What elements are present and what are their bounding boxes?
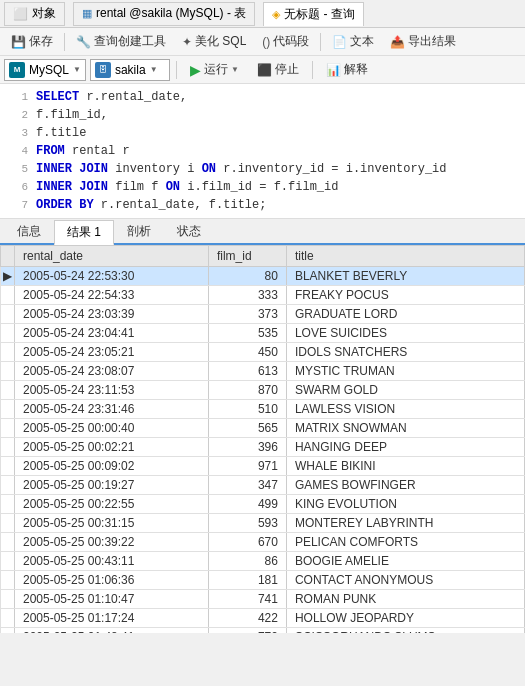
tab-result1-label: 结果 1 (67, 225, 101, 239)
film-id-cell: 770 (208, 628, 286, 634)
db-dropdown-arrow: ▼ (73, 65, 81, 74)
row-arrow-cell (1, 628, 15, 634)
line-number: 4 (8, 142, 28, 160)
rental-date-cell: 2005-05-24 23:03:39 (15, 305, 209, 324)
table-row[interactable]: 2005-05-25 01:06:36181CONTACT ANONYMOUS (1, 571, 525, 590)
table-row[interactable]: 2005-05-24 22:54:33333FREAKY POCUS (1, 286, 525, 305)
explain-label: 解释 (344, 61, 368, 78)
rental-date-cell: 2005-05-24 22:53:30 (15, 267, 209, 286)
table-row[interactable]: 2005-05-25 01:10:47741ROMAN PUNK (1, 590, 525, 609)
rental-date-cell: 2005-05-25 00:31:15 (15, 514, 209, 533)
row-arrow-cell (1, 381, 15, 400)
row-arrow-cell (1, 609, 15, 628)
table-row[interactable]: 2005-05-25 00:43:1186BOOGIE AMELIE (1, 552, 525, 571)
editor-line: 2 f.film_id, (0, 106, 525, 124)
line-content: INNER JOIN inventory i ON r.inventory_id… (36, 160, 447, 178)
title-cell: FREAKY POCUS (286, 286, 524, 305)
line-content: f.title (36, 124, 86, 142)
table-row[interactable]: 2005-05-25 00:02:21396HANGING DEEP (1, 438, 525, 457)
run-icon: ▶ (190, 62, 201, 78)
table-row[interactable]: 2005-05-25 01:48:41770SCISSORHANDS SLUMS (1, 628, 525, 634)
tab-status[interactable]: 状态 (164, 219, 214, 244)
results-table-container[interactable]: rental_date film_id title ▶2005-05-24 22… (0, 245, 525, 633)
tab-objects[interactable]: ⬜ 对象 (4, 2, 65, 26)
table-row[interactable]: 2005-05-24 23:11:53870SWARM GOLD (1, 381, 525, 400)
row-arrow-cell (1, 400, 15, 419)
row-arrow-cell (1, 533, 15, 552)
title-cell: IDOLS SNATCHERS (286, 343, 524, 362)
objects-icon: ⬜ (13, 7, 28, 21)
rental-date-cell: 2005-05-25 00:19:27 (15, 476, 209, 495)
results-table: rental_date film_id title ▶2005-05-24 22… (0, 245, 525, 633)
stop-button[interactable]: ⬛ 停止 (250, 59, 306, 81)
table-row[interactable]: 2005-05-25 00:39:22670PELICAN COMFORTS (1, 533, 525, 552)
tab-profiling[interactable]: 剖析 (114, 219, 164, 244)
film-id-cell: 535 (208, 324, 286, 343)
row-arrow-cell (1, 495, 15, 514)
rental-date-cell: 2005-05-24 22:54:33 (15, 286, 209, 305)
row-arrow-cell (1, 552, 15, 571)
rental-date-cell: 2005-05-25 00:22:55 (15, 495, 209, 514)
table-row[interactable]: 2005-05-25 00:22:55499KING EVOLUTION (1, 495, 525, 514)
title-cell: SCISSORHANDS SLUMS (286, 628, 524, 634)
table-row[interactable]: 2005-05-24 23:05:21450IDOLS SNATCHERS (1, 343, 525, 362)
code-block-button[interactable]: () 代码段 (255, 31, 316, 53)
stop-label: 停止 (275, 61, 299, 78)
results-tabs-row: 信息 结果 1 剖析 状态 (0, 219, 525, 245)
table-row[interactable]: 2005-05-25 00:19:27347GAMES BOWFINGER (1, 476, 525, 495)
save-icon: 💾 (11, 35, 26, 49)
table-row[interactable]: 2005-05-25 01:17:24422HOLLOW JEOPARDY (1, 609, 525, 628)
col-rental-date: rental_date (15, 246, 209, 267)
export-button[interactable]: 📤 导出结果 (383, 31, 463, 53)
sql-editor[interactable]: 1SELECT r.rental_date,2 f.film_id,3 f.ti… (0, 84, 525, 219)
tab-table[interactable]: ▦ rental @sakila (MySQL) - 表 (73, 2, 255, 26)
rental-date-cell: 2005-05-25 01:06:36 (15, 571, 209, 590)
line-content: FROM rental r (36, 142, 130, 160)
editor-line: 4FROM rental r (0, 142, 525, 160)
sep2 (320, 33, 321, 51)
text-button[interactable]: 📄 文本 (325, 31, 381, 53)
title-cell: MONTEREY LABYRINTH (286, 514, 524, 533)
editor-line: 3 f.title (0, 124, 525, 142)
beautify-label: 美化 SQL (195, 33, 246, 50)
tab-query[interactable]: ◈ 无标题 - 查询 (263, 2, 364, 26)
stop-icon: ⬛ (257, 63, 272, 77)
tab-profiling-label: 剖析 (127, 224, 151, 238)
table-row[interactable]: 2005-05-25 00:09:02971WHALE BIKINI (1, 457, 525, 476)
table-row[interactable]: 2005-05-25 00:00:40565MATRIX SNOWMAN (1, 419, 525, 438)
run-button[interactable]: ▶ 运行 ▼ (183, 59, 246, 81)
beautify-button[interactable]: ✦ 美化 SQL (175, 31, 253, 53)
query-builder-button[interactable]: 🔧 查询创建工具 (69, 31, 173, 53)
table-row[interactable]: 2005-05-25 00:31:15593MONTEREY LABYRINTH (1, 514, 525, 533)
title-cell: SWARM GOLD (286, 381, 524, 400)
table-row[interactable]: ▶2005-05-24 22:53:3080BLANKET BEVERLY (1, 267, 525, 286)
save-button[interactable]: 💾 保存 (4, 31, 60, 53)
col-film-id: film_id (208, 246, 286, 267)
editor-line: 7ORDER BY r.rental_date, f.title; (0, 196, 525, 214)
rental-date-cell: 2005-05-25 00:43:11 (15, 552, 209, 571)
rental-date-cell: 2005-05-25 00:39:22 (15, 533, 209, 552)
film-id-cell: 499 (208, 495, 286, 514)
table-row[interactable]: 2005-05-24 23:31:46510LAWLESS VISION (1, 400, 525, 419)
table-row[interactable]: 2005-05-24 23:03:39373GRADUATE LORD (1, 305, 525, 324)
table-row[interactable]: 2005-05-24 23:04:41535LOVE SUICIDES (1, 324, 525, 343)
title-bar: ⬜ 对象 ▦ rental @sakila (MySQL) - 表 ◈ 无标题 … (0, 0, 525, 28)
film-id-cell: 450 (208, 343, 286, 362)
row-arrow-cell (1, 438, 15, 457)
db-selector[interactable]: M MySQL ▼ (4, 59, 86, 81)
film-id-cell: 333 (208, 286, 286, 305)
title-cell: HANGING DEEP (286, 438, 524, 457)
rental-date-cell: 2005-05-25 01:48:41 (15, 628, 209, 634)
save-label: 保存 (29, 33, 53, 50)
film-id-cell: 422 (208, 609, 286, 628)
tab-result1[interactable]: 结果 1 (54, 220, 114, 245)
export-label: 导出结果 (408, 33, 456, 50)
schema-selector[interactable]: 🗄 sakila ▼ (90, 59, 170, 81)
title-cell: BLANKET BEVERLY (286, 267, 524, 286)
table-row[interactable]: 2005-05-24 23:08:07613MYSTIC TRUMAN (1, 362, 525, 381)
run-dropdown-arrow: ▼ (231, 65, 239, 74)
toolbar-row2: M MySQL ▼ 🗄 sakila ▼ ▶ 运行 ▼ ⬛ 停止 📊 解释 (0, 56, 525, 84)
tab-info[interactable]: 信息 (4, 219, 54, 244)
explain-button[interactable]: 📊 解释 (319, 59, 375, 81)
title-cell: LAWLESS VISION (286, 400, 524, 419)
